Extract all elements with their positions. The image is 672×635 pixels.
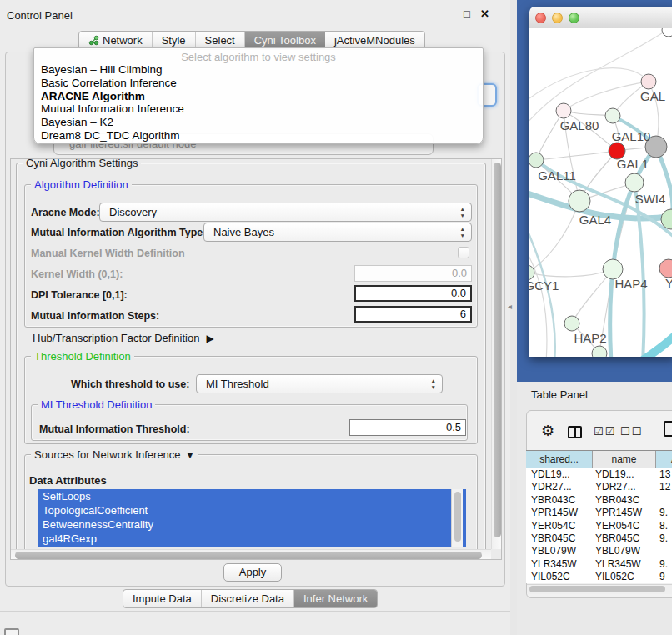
- table-cell[interactable]: YBR045C: [526, 532, 593, 545]
- network-edge[interactable]: [529, 245, 547, 357]
- column-header-partial[interactable]: A: [656, 451, 672, 468]
- table-row[interactable]: YBR045CYBR045C9.: [526, 532, 672, 545]
- attribute-list-item[interactable]: TopologicalCoefficient: [38, 503, 466, 518]
- network-view-window[interactable]: GALGAL80GAL10GAL1GAL11SWI4GAL4GCY1HAP4YH…: [529, 7, 672, 357]
- attribute-list-item[interactable]: gal4RGexp: [38, 532, 466, 546]
- dpi-tolerance-field[interactable]: 0.0: [354, 285, 472, 302]
- table-cell[interactable]: 9.: [656, 507, 672, 519]
- algorithm-option[interactable]: Dream8 DC_TDC Algorithm: [34, 129, 483, 142]
- table-cell[interactable]: YBL079W: [593, 545, 656, 558]
- table-cell[interactable]: YBL079W: [526, 545, 593, 558]
- table-cell[interactable]: 9: [656, 571, 672, 583]
- column-chooser-icon[interactable]: [568, 426, 582, 438]
- table-cell[interactable]: YBR043C: [593, 494, 656, 507]
- table-row[interactable]: YBL079WYBL079W: [526, 545, 672, 558]
- table-cell[interactable]: YLR345W: [593, 558, 656, 571]
- table-row[interactable]: YER054CYER054C8.: [526, 520, 672, 532]
- table-cell[interactable]: [656, 545, 672, 558]
- mi-threshold-field[interactable]: 0.5: [349, 419, 466, 436]
- deselect-all-icon[interactable]: ☐☐: [620, 425, 643, 438]
- table-cell[interactable]: YDR27...: [526, 481, 593, 493]
- table-row[interactable]: YLR345WYLR345W9.: [526, 558, 672, 571]
- attributes-scrollbar-thumb[interactable]: [454, 492, 461, 542]
- collapse-down-icon[interactable]: ▼: [186, 450, 195, 460]
- apply-button[interactable]: Apply: [223, 563, 282, 582]
- algorithm-option[interactable]: Basic Correlation Inference: [34, 77, 483, 90]
- table-cell[interactable]: YIL052C: [526, 571, 593, 583]
- table-cell[interactable]: YDR27...: [593, 481, 656, 493]
- table-cell[interactable]: 9.: [656, 558, 672, 571]
- table-cell[interactable]: YBR045C: [593, 532, 656, 545]
- aracne-mode-combo[interactable]: Discovery ▲▼: [99, 202, 472, 222]
- minimized-panel-icon[interactable]: [4, 628, 19, 635]
- table-cell[interactable]: 9.: [656, 532, 672, 545]
- table-cell[interactable]: YPR145W: [526, 507, 593, 519]
- panel-splitter[interactable]: [510, 0, 517, 635]
- select-all-icon[interactable]: ☑☑: [594, 425, 616, 438]
- export-table-icon[interactable]: [664, 421, 672, 437]
- table-cell[interactable]: YER054C: [593, 520, 656, 532]
- node-swi4[interactable]: [625, 173, 644, 192]
- node-gal10[interactable]: [605, 108, 620, 123]
- table-cell[interactable]: 13: [656, 468, 672, 481]
- table-cell[interactable]: YDL19...: [526, 468, 593, 481]
- table-cell[interactable]: YIL052C: [593, 571, 656, 583]
- table-row[interactable]: YBR043CYBR043C: [526, 494, 672, 507]
- network-edge[interactable]: [536, 151, 617, 160]
- node-top-arc[interactable]: [662, 28, 672, 37]
- attribute-list-item[interactable]: SelfLoops: [38, 489, 466, 503]
- settings-vertical-scrollbar[interactable]: [491, 159, 502, 549]
- network-edge[interactable]: [529, 68, 649, 103]
- tab-impute-data[interactable]: Impute Data: [123, 590, 202, 608]
- table-row[interactable]: YIL052CYIL052C9: [526, 571, 672, 583]
- table-cell[interactable]: 12: [656, 481, 672, 493]
- network-canvas[interactable]: GALGAL80GAL10GAL1GAL11SWI4GAL4GCY1HAP4YH…: [529, 28, 672, 357]
- expand-right-icon[interactable]: ▶: [206, 332, 213, 344]
- manual-kernel-checkbox[interactable]: [458, 247, 469, 258]
- node-gal-pink[interactable]: [641, 74, 656, 89]
- table-cell[interactable]: YPR145W: [593, 507, 656, 519]
- gear-icon[interactable]: ⚙: [541, 422, 554, 440]
- tab-network[interactable]: Network: [79, 32, 153, 49]
- table-cell[interactable]: YBR043C: [526, 494, 593, 507]
- algorithm-option[interactable]: ARACNE Algorithm: [34, 90, 483, 103]
- tab-cyni-toolbox[interactable]: Cyni Toolbox: [245, 32, 325, 49]
- zoom-window-icon[interactable]: [569, 12, 579, 23]
- settings-horizontal-thumb[interactable]: [15, 552, 482, 559]
- table-cell[interactable]: YLR345W: [526, 558, 593, 571]
- attributes-scrollbar[interactable]: [451, 489, 463, 548]
- table-row[interactable]: YDL19...YDL19...13: [526, 468, 672, 481]
- network-edge[interactable]: [564, 82, 649, 111]
- tab-style[interactable]: Style: [153, 32, 196, 49]
- node-gal4[interactable]: [569, 190, 590, 212]
- float-window-icon[interactable]: □: [464, 8, 470, 20]
- close-panel-icon[interactable]: ✕: [480, 8, 489, 20]
- attribute-list-item[interactable]: BetweennessCentrality: [38, 518, 466, 532]
- settings-vertical-thumb[interactable]: [494, 162, 501, 538]
- algorithm-option[interactable]: Mutual Information Inference: [34, 102, 483, 116]
- node-salmon[interactable]: [659, 259, 672, 278]
- sources-title[interactable]: Sources for Network Inference▼: [31, 448, 198, 461]
- splitter-collapse-icon[interactable]: ◂: [508, 302, 512, 311]
- node-hap2[interactable]: [564, 316, 579, 331]
- hub-definition-toggle[interactable]: Hub/Transcription Factor Definition▶: [33, 332, 214, 344]
- mi-steps-field[interactable]: 6: [354, 306, 472, 322]
- table-cell[interactable]: 8.: [656, 520, 672, 532]
- column-header-shared-name[interactable]: shared...: [526, 451, 593, 468]
- table-cell[interactable]: YDL19...: [593, 468, 656, 481]
- tab-select[interactable]: Select: [196, 32, 245, 49]
- minimize-window-icon[interactable]: [552, 12, 563, 23]
- algorithm-option[interactable]: Bayesian – K2: [34, 116, 483, 129]
- column-header-name[interactable]: name: [593, 451, 656, 468]
- table-row[interactable]: YPR145WYPR145W9.: [526, 507, 672, 519]
- mi-type-combo[interactable]: Naive Bayes ▲▼: [203, 222, 472, 242]
- network-edge[interactable]: [529, 201, 579, 272]
- table-row[interactable]: YDR27...YDR27...12: [526, 481, 672, 493]
- node-gal11[interactable]: [529, 152, 544, 168]
- which-threshold-combo[interactable]: MI Threshold ▲▼: [196, 374, 443, 393]
- tab-jactivemnodules[interactable]: jActiveMNodules: [325, 32, 424, 49]
- node-gal80[interactable]: [556, 103, 571, 118]
- close-window-icon[interactable]: [535, 12, 546, 23]
- table-horizontal-thumb[interactable]: [529, 586, 665, 592]
- node-bottom[interactable]: [592, 346, 607, 357]
